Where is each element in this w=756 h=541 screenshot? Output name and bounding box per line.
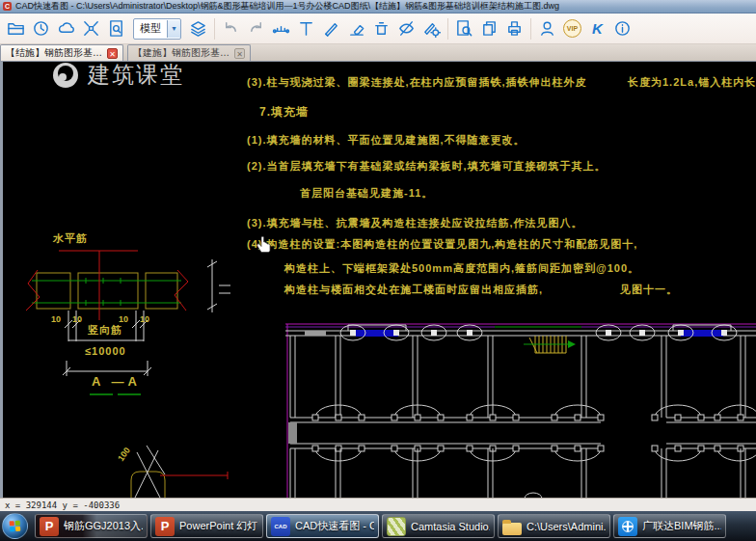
cad-canvas[interactable]: 建筑课堂 (3).柱与现浇过梁、圈梁连接处,在柱内应预留插铁,插铁伸出柱外皮 长… — [0, 62, 756, 498]
tab-jianzhu-drawing[interactable]: 【建施】钢筋图形基… ✕ — [127, 44, 251, 61]
tick-label: 10 — [72, 314, 82, 324]
tab-label: 【建施】钢筋图形基… — [133, 46, 230, 60]
toolbar-separator — [447, 18, 448, 40]
door-posts — [312, 415, 743, 451]
toolbar: 模型 ▼ VIP K — [0, 14, 756, 44]
glodon-icon — [618, 517, 637, 536]
taskbar-item-label: 广联达BIM钢筋... — [642, 519, 721, 533]
annotate-settings-icon[interactable] — [419, 16, 444, 41]
toolbar-separator — [214, 18, 215, 40]
lower-room-walls — [290, 448, 745, 498]
application-window: C CAD快速看图 - C:\Users\Administrator\Deskt… — [0, 0, 756, 541]
title-bar: C CAD快速看图 - C:\Users\Administrator\Deskt… — [0, 0, 756, 14]
taskbar-item-glodon-bim[interactable]: 广联达BIM钢筋... — [613, 514, 726, 538]
stair-icon — [524, 336, 576, 353]
tick-label: 10 — [140, 314, 149, 324]
cad-app-icon: CAD — [271, 517, 290, 536]
print-icon[interactable] — [502, 16, 526, 41]
history-icon[interactable] — [29, 16, 53, 41]
k-logo-icon[interactable]: K — [585, 16, 609, 41]
brush-icon[interactable] — [319, 16, 343, 41]
taskbar-item-cad-viewer[interactable]: CAD CAD快速看图 - C... — [266, 514, 379, 538]
floor-plan — [285, 324, 756, 498]
label-vertical-rebar: 竖向筋 — [88, 323, 122, 338]
cloud-icon[interactable] — [54, 16, 78, 41]
status-bar: x = 329144 y = -400336 — [0, 498, 756, 511]
powerpoint-icon: P — [155, 517, 175, 536]
document-tab-bar: 【结施】钢筋图形基… ✕ 【建施】钢筋图形基… ✕ — [0, 44, 756, 62]
measure-icon[interactable] — [269, 16, 293, 41]
cad-linework — [3, 62, 756, 498]
windows-logo-icon — [10, 521, 22, 533]
layers-icon[interactable] — [186, 16, 210, 41]
taskbar-item-label: CAD快速看图 - C... — [295, 519, 374, 533]
start-button[interactable] — [2, 513, 28, 539]
user-account-icon[interactable] — [535, 16, 559, 41]
trash-icon[interactable] — [369, 16, 393, 41]
about-info-icon[interactable] — [610, 16, 634, 41]
open-folder-icon[interactable] — [4, 16, 28, 41]
cad-note: 构造柱与楼面相交处在施工楼面时应留出相应插筋, — [284, 283, 543, 297]
undo-icon[interactable] — [219, 16, 243, 41]
watermark: 建筑课堂 — [51, 62, 184, 90]
tick-label: 10 — [51, 314, 61, 324]
k-label: K — [592, 20, 603, 37]
hand-cursor-icon — [256, 236, 271, 256]
cad-note: 长度为1.2La,锚入柱内长度为La — [628, 75, 756, 90]
taskbar-item-ggj2013[interactable]: P 钢筋GGJ2013入... — [35, 514, 148, 538]
find-text-icon[interactable] — [452, 16, 476, 41]
taskbar: P 钢筋GGJ2013入... P PowerPoint 幻灯... CAD C… — [0, 511, 756, 541]
hide-layer-icon[interactable] — [394, 16, 418, 41]
taskbar-item-explorer[interactable]: C:\Users\Admini... — [498, 514, 610, 538]
taskbar-item-label: Camtasia Studio... — [411, 521, 490, 532]
model-space-dropdown[interactable]: 模型 ▼ — [133, 18, 181, 40]
break-lines — [26, 251, 188, 320]
rebar-lines — [32, 278, 181, 306]
cad-note: (3).填充墙与柱、抗震墙及构造柱连接处应设拉结筋,作法见图八。 — [247, 216, 583, 230]
section-label: A —A — [92, 374, 141, 389]
close-icon[interactable]: ✕ — [107, 48, 118, 59]
watermark-logo-icon — [51, 62, 80, 90]
cad-note: 见图十一。 — [620, 283, 678, 297]
corner-detail — [131, 446, 228, 498]
dimension-label: ≤10000 — [85, 345, 126, 357]
cad-note: 构造柱上、下端框架梁处500mm高度范围内,箍筋间距加密到@100。 — [284, 261, 639, 276]
corridor-walls — [288, 418, 756, 448]
label-horizontal-rebar: 水平筋 — [53, 231, 88, 246]
powerpoint-icon: P — [40, 517, 59, 536]
cad-note: (4).构造柱的设置:本图构造柱的位置设置见图九,构造柱的尺寸和配筋见图十, — [247, 237, 637, 252]
close-icon[interactable]: ✕ — [234, 48, 245, 59]
taskbar-item-powerpoint[interactable]: P PowerPoint 幻灯... — [150, 514, 263, 538]
cursor-coordinates: x = 329144 y = -400336 — [0, 500, 120, 510]
taskbar-item-label: PowerPoint 幻灯... — [179, 519, 258, 533]
tab-jiegou-drawing[interactable]: 【结施】钢筋图形基… ✕ — [0, 44, 123, 61]
chevron-down-icon: ▼ — [167, 20, 180, 38]
cad-note: (3).柱与现浇过梁、圈梁连接处,在柱内应预留插铁,插铁伸出柱外皮 — [247, 75, 587, 90]
model-dropdown-label: 模型 — [134, 21, 167, 36]
taskbar-item-label: 钢筋GGJ2013入... — [64, 519, 143, 533]
cad-note: 首层阳台基础见建施-11。 — [300, 186, 433, 201]
watermark-text: 建筑课堂 — [88, 62, 184, 90]
door-arcs-top — [315, 405, 756, 418]
taskbar-item-label: C:\Users\Admini... — [526, 521, 606, 532]
redo-icon[interactable] — [244, 16, 268, 41]
vip-badge-icon[interactable]: VIP — [560, 16, 584, 41]
eraser-icon[interactable] — [344, 16, 368, 41]
window-title: CAD快速看图 - C:\Users\Administrator\Desktop… — [15, 0, 559, 13]
folder-icon — [502, 523, 522, 535]
tab-label: 【结施】钢筋图形基… — [6, 46, 102, 60]
fit-view-icon[interactable] — [79, 16, 103, 41]
cad-note: (1).填充墙的材料、平面位置见建施图,不得随意更改。 — [247, 133, 526, 148]
text-annotate-icon[interactable] — [294, 16, 318, 41]
copy-pages-icon[interactable] — [477, 16, 501, 41]
cad-note-heading: 7.填充墙 — [259, 104, 309, 121]
tick-label: 10 — [119, 314, 128, 324]
page-preview-icon[interactable] — [104, 16, 128, 41]
taskbar-item-camtasia[interactable]: Camtasia Studio... — [382, 514, 495, 538]
toolbar-separator — [530, 18, 531, 40]
camtasia-icon — [387, 517, 406, 536]
vip-label: VIP — [563, 19, 581, 38]
cad-note: (2).当首层填充墙下有基础梁或结构梁板时,填充墙可直接砌筑于其上。 — [247, 159, 607, 174]
app-icon: C — [3, 2, 12, 11]
